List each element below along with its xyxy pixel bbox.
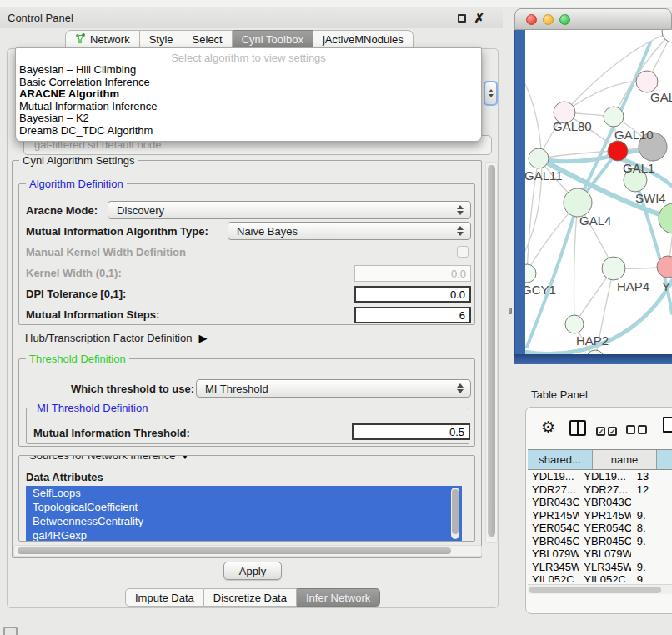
mi-steps-label: Mutual Information Steps: xyxy=(26,308,159,321)
network-node-gal10[interactable] xyxy=(604,107,624,127)
expand-right-icon: ▶ xyxy=(198,332,207,344)
which-threshold-combobox[interactable]: MI Threshold xyxy=(196,379,471,398)
table-cell: YBL079W xyxy=(528,548,579,561)
table-cell: 9. xyxy=(631,573,672,582)
tab-impute-data[interactable]: Impute Data xyxy=(125,588,204,607)
kernel-width-field[interactable] xyxy=(354,265,471,282)
table-row[interactable]: YIL052CYIL052C9. xyxy=(528,573,672,582)
network-node-hap2[interactable] xyxy=(565,315,584,333)
table-row[interactable]: YBL079WYBL079W xyxy=(528,548,672,561)
network-node-gal1[interactable] xyxy=(608,141,628,161)
spinner-up-icon xyxy=(489,89,494,92)
algorithm-option-basic-correlation-inference[interactable]: Basic Correlation Inference xyxy=(16,77,481,89)
algorithm-option-mutual-information-inference[interactable]: Mutual Information Inference xyxy=(16,101,481,113)
scrollbar-thumb[interactable] xyxy=(529,587,661,593)
float-window-icon[interactable] xyxy=(458,14,466,22)
table-cell: YIL052C xyxy=(528,573,579,582)
tab-select[interactable]: Select xyxy=(183,30,233,49)
network-node-gal11[interactable] xyxy=(529,148,549,168)
table-row[interactable]: YBR045CYBR045C9. xyxy=(528,535,672,548)
column-header-name[interactable]: name xyxy=(593,450,657,469)
table-row[interactable]: YPR145WYPR145W9. xyxy=(528,509,672,522)
tab-network[interactable]: Network xyxy=(65,30,140,49)
settings-vertical-scrollbar[interactable] xyxy=(485,162,498,543)
partial-bottom-button[interactable] xyxy=(3,627,18,635)
algorithm-option-dream8-dc-tdc-algorithm[interactable]: Dream8 DC_TDC Algorithm xyxy=(16,125,481,138)
node-label: GAL7 xyxy=(650,90,672,104)
tab-label: Discretize Data xyxy=(213,592,287,604)
column-header-a[interactable]: A xyxy=(657,450,672,469)
hub-tf-definition-toggle[interactable]: Hub/Transcription Factor Definition ▶ xyxy=(25,332,207,344)
mi-steps-field[interactable] xyxy=(354,307,471,323)
attribute-item-topologicalcoefficient[interactable]: TopologicalCoefficient xyxy=(26,500,462,514)
node-label: SWI4 xyxy=(635,191,666,205)
attribute-item-gal4rgexp[interactable]: gal4RGexp xyxy=(26,528,462,541)
sources-group-title-row[interactable]: Sources for Network Inference ▼ xyxy=(26,455,193,462)
minimize-traffic-light-icon[interactable] xyxy=(543,14,554,25)
sources-group: Sources for Network Inference ▼ Data Att… xyxy=(18,455,475,542)
table-cell: YDL19... xyxy=(528,470,579,483)
node-label: GCY1 xyxy=(525,282,556,297)
column-header-shared[interactable]: shared... xyxy=(528,450,593,469)
columns-icon[interactable] xyxy=(569,420,586,436)
mi-threshold-field[interactable] xyxy=(352,423,470,440)
algorithm-option-aracne-algorithm[interactable]: ARACNE Algorithm xyxy=(16,88,481,101)
network-edge xyxy=(574,202,578,324)
algorithm-option-bayesian-hill-climbing[interactable]: Bayesian – Hill Climbing xyxy=(16,64,481,77)
close-traffic-light-icon[interactable] xyxy=(526,14,537,25)
apply-button[interactable]: Apply xyxy=(223,562,282,580)
table-cell: YBL079W xyxy=(579,548,631,561)
unchecked-checkboxes-icon[interactable] xyxy=(626,424,649,437)
table-row[interactable]: YLR345WYLR345W9. xyxy=(528,561,672,574)
table-row[interactable]: YDL19...YDL19...13 xyxy=(528,470,672,483)
network-node-gal4[interactable] xyxy=(564,188,592,217)
manual-kernel-label: Manual Kernel Width Definition xyxy=(26,246,186,258)
table-cell: YBR045C xyxy=(528,535,579,548)
combobox-spinner[interactable] xyxy=(484,81,498,106)
zoom-traffic-light-icon[interactable] xyxy=(559,14,570,25)
attribute-item-selfloops[interactable]: SelfLoops xyxy=(26,486,462,500)
threshold-definition-group: Threshold Definition Which threshold to … xyxy=(18,358,475,447)
top-strip xyxy=(0,0,672,7)
network-graph[interactable]: GAL7GAL80GAL10GAL1GAL11SWI4GAL4GCY1HAP4Y… xyxy=(525,30,672,354)
network-view-window: GAL7GAL80GAL10GAL1GAL11SWI4GAL4GCY1HAP4Y… xyxy=(514,8,672,364)
network-edge xyxy=(564,81,647,112)
dpi-tolerance-field[interactable] xyxy=(354,286,471,302)
network-node[interactable] xyxy=(586,350,604,354)
scrollbar-thumb[interactable] xyxy=(452,489,459,534)
table-body: YDL19...YDL19...13YDR27...YDR27...12YBR0… xyxy=(528,470,672,582)
attribute-item-betweennesscentrality[interactable]: BetweennessCentrality xyxy=(26,514,462,528)
network-node-gcy1[interactable] xyxy=(525,264,536,282)
node-label: GAL4 xyxy=(579,213,611,228)
algorithm-option-bayesian-k2[interactable]: Bayesian – K2 xyxy=(16,112,481,125)
panel-splitter-grip[interactable] xyxy=(509,308,512,314)
document-icon[interactable] xyxy=(663,417,672,432)
table-row[interactable]: YDR27...YDR27...12 xyxy=(528,483,672,497)
scrollbar-thumb[interactable] xyxy=(488,165,495,537)
table-row[interactable]: YER054CYER054C8. xyxy=(528,522,672,535)
table-horizontal-scrollbar[interactable] xyxy=(528,584,672,594)
table-row[interactable]: YBR043CYBR043C xyxy=(528,496,672,509)
network-canvas[interactable]: GAL7GAL80GAL10GAL1GAL11SWI4GAL4GCY1HAP4Y… xyxy=(525,30,672,354)
network-node[interactable] xyxy=(659,203,672,233)
aracne-mode-combobox[interactable]: Discovery xyxy=(108,201,471,219)
settings-horizontal-scrollbar[interactable] xyxy=(13,545,482,557)
tab-infer-network[interactable]: Infer Network xyxy=(297,588,380,607)
checked-checkboxes-icon[interactable]: ✓✓ xyxy=(596,424,619,437)
manual-kernel-checkbox[interactable] xyxy=(457,246,469,258)
attributes-list-scrollbar[interactable] xyxy=(451,488,459,539)
tab-discretize-data[interactable]: Discretize Data xyxy=(204,588,297,607)
data-attributes-list[interactable]: SelfLoopsTopologicalCoefficientBetweenne… xyxy=(26,486,462,541)
network-node-hap4[interactable] xyxy=(602,257,625,280)
control-panel-title: Control Panel xyxy=(8,12,73,24)
close-icon[interactable]: ✗ xyxy=(474,11,484,26)
network-focus-border xyxy=(514,30,525,354)
mi-type-combobox[interactable]: Naive Bayes xyxy=(228,222,471,240)
gear-icon[interactable]: ⚙ xyxy=(541,418,555,437)
scrollbar-thumb[interactable] xyxy=(18,548,451,554)
table-cell: YBR043C xyxy=(528,496,579,509)
tab-style[interactable]: Style xyxy=(140,30,183,49)
tab-cyni-toolbox[interactable]: Cyni Toolbox xyxy=(233,30,313,49)
tab-jactivemnodules[interactable]: jActiveMNodules xyxy=(313,30,414,49)
network-window-titlebar[interactable] xyxy=(514,8,672,30)
